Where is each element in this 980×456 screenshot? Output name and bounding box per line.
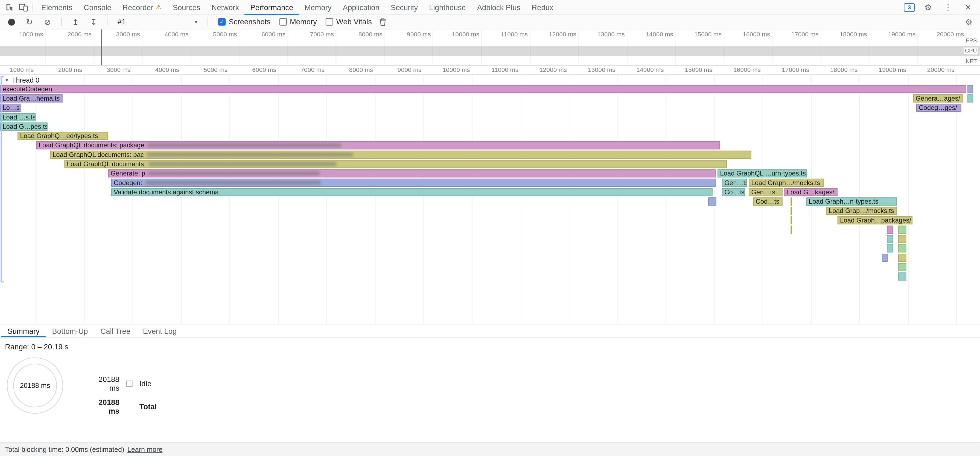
flame-bar[interactable]: Load Gra…hema.ts: [0, 94, 63, 103]
minimap-gridline: [724, 29, 724, 65]
flame-bar[interactable]: Gen…ts: [722, 179, 747, 187]
flame-bar[interactable]: Load Graph…packages/: [838, 216, 912, 224]
minimap-tick-label: 9000 ms: [386, 31, 431, 37]
redacted-text: [148, 171, 320, 175]
flame-bar[interactable]: [791, 207, 792, 215]
flame-bar[interactable]: [882, 254, 888, 262]
flame-bar[interactable]: [887, 245, 893, 253]
flame-bar[interactable]: [791, 226, 792, 234]
chart-gridline: [133, 75, 133, 324]
tab-recorder[interactable]: Recorder⚠: [117, 0, 167, 15]
flame-bar-label: Co…ts: [722, 188, 745, 196]
flame-bar[interactable]: [967, 85, 973, 93]
flame-bar[interactable]: [887, 226, 893, 234]
flame-bar-label: Load Gra…hema.ts: [0, 94, 62, 103]
checkbox-web-vitals[interactable]: Web Vitals: [326, 17, 372, 26]
tab-label: Network: [212, 3, 239, 11]
flame-bar[interactable]: Load Graph…/mocks.ts: [749, 179, 824, 187]
timeline-overview[interactable]: 1000 ms2000 ms3000 ms4000 ms5000 ms6000 …: [0, 29, 980, 66]
flame-chart[interactable]: ▼ Thread 0 executeCodegenLoad Gra…hema.t…: [0, 75, 980, 324]
tab-application[interactable]: Application: [337, 0, 385, 15]
tab-summary[interactable]: Summary: [2, 324, 46, 337]
checkbox-box[interactable]: ✓: [218, 18, 226, 25]
minimap-tick-label: 14000 ms: [628, 31, 673, 37]
flame-bar[interactable]: Load Grap…/mocks.ts: [826, 207, 897, 215]
flame-bar[interactable]: Co…ts: [722, 188, 745, 196]
flame-bar[interactable]: Load G…pes.ts: [0, 122, 48, 131]
flame-bar[interactable]: [898, 235, 907, 243]
checkbox-box[interactable]: [279, 18, 286, 25]
flame-bar[interactable]: Load …s.ts: [0, 113, 35, 121]
flame-bar[interactable]: executeCodegen: [0, 85, 966, 93]
flame-bar[interactable]: [898, 254, 907, 262]
flame-bar[interactable]: Load GraphQL documents: package: [37, 141, 720, 149]
learn-more-link[interactable]: Learn more: [127, 446, 163, 453]
flame-bar[interactable]: Genera…ages/: [913, 94, 963, 103]
flame-bar[interactable]: Codegen:: [111, 179, 716, 187]
flame-bar[interactable]: Lo…s: [0, 103, 21, 112]
flame-bar-label: Gen…ts: [722, 179, 747, 187]
tab-event-log[interactable]: Event Log: [137, 324, 183, 337]
tab-network[interactable]: Network: [206, 0, 245, 15]
close-devtools-icon[interactable]: ×: [961, 0, 975, 14]
chart-gridline: [666, 75, 667, 324]
flame-bar[interactable]: [898, 263, 907, 271]
flame-bar[interactable]: Load GraphQL documents: pac: [50, 151, 751, 159]
checkbox-box[interactable]: [326, 18, 333, 25]
panel-tabs: ElementsConsoleRecorder⚠SourcesNetworkPe…: [35, 0, 559, 15]
history-select[interactable]: #1 ▾: [115, 17, 200, 26]
chart-gridline: [520, 75, 521, 324]
settings-gear-icon[interactable]: ⚙: [921, 0, 935, 14]
capture-settings-gear-icon[interactable]: ⚙: [962, 15, 975, 29]
load-profile-icon[interactable]: ↥: [68, 15, 82, 29]
reload-and-record-button[interactable]: ↻: [22, 15, 36, 29]
tab-console[interactable]: Console: [78, 0, 117, 15]
tab-lighthouse[interactable]: Lighthouse: [423, 0, 471, 15]
flame-bar[interactable]: [967, 94, 973, 103]
flame-bar[interactable]: [791, 216, 792, 224]
flame-bar[interactable]: [898, 245, 907, 253]
flame-bar[interactable]: Load Graph…n-types.ts: [807, 197, 897, 206]
issues-messages-badge[interactable]: 3: [904, 3, 915, 11]
minimap-gridline: [384, 29, 385, 65]
tab-elements[interactable]: Elements: [35, 0, 78, 15]
chart-gridline: [181, 75, 181, 324]
flame-bar[interactable]: [898, 226, 907, 234]
tab-security[interactable]: Security: [385, 0, 423, 15]
checkbox-screenshots[interactable]: ✓Screenshots: [218, 17, 270, 26]
flame-bar[interactable]: [898, 273, 907, 281]
flame-bar[interactable]: Validate documents against schema: [111, 188, 713, 196]
thread-track-header[interactable]: ▼ Thread 0: [0, 75, 40, 85]
flame-bar[interactable]: Load GraphQL …urn-types.ts: [718, 169, 807, 178]
flame-bar[interactable]: [887, 235, 893, 243]
checkbox-memory[interactable]: Memory: [279, 17, 317, 26]
flame-bar[interactable]: [791, 197, 792, 206]
ruler-tick-label: 13000 ms: [570, 66, 616, 73]
flame-bar[interactable]: Cod…ts: [753, 197, 782, 206]
garbage-collect-icon[interactable]: [376, 15, 390, 29]
tab-call-tree[interactable]: Call Tree: [94, 324, 137, 337]
cpu-activity-band: [0, 46, 980, 56]
flame-bar[interactable]: Codeg…ges/: [916, 103, 961, 112]
flame-bar[interactable]: Generate: p: [108, 169, 716, 178]
clear-recording-button[interactable]: ⊘: [41, 15, 54, 29]
tab-performance[interactable]: Performance: [245, 0, 299, 15]
inspect-element-icon[interactable]: [2, 0, 16, 14]
flame-bar[interactable]: Load GraphQ…ed/types.ts: [18, 132, 108, 140]
tab-adblock-plus[interactable]: Adblock Plus: [471, 0, 526, 15]
record-button[interactable]: [5, 15, 18, 29]
ruler-tick-label: 2000 ms: [37, 66, 82, 73]
device-toolbar-icon[interactable]: [16, 0, 30, 14]
save-profile-icon[interactable]: ↧: [87, 15, 100, 29]
tab-memory[interactable]: Memory: [299, 0, 337, 15]
tab-redux[interactable]: Redux: [526, 0, 559, 15]
blocking-time-text: Total blocking time: 0.00ms (estimated): [5, 446, 124, 453]
flame-bar[interactable]: [708, 197, 716, 206]
flame-bar[interactable]: Load G…kages/: [784, 188, 838, 196]
tab-bottom-up[interactable]: Bottom-Up: [46, 324, 94, 337]
flame-bar[interactable]: Gen…ts: [749, 188, 782, 196]
minimap-tick-label: 19000 ms: [870, 31, 916, 37]
flame-bar[interactable]: Load GraphQL documents:: [64, 160, 727, 168]
more-options-icon[interactable]: ⋮: [941, 0, 955, 14]
tab-sources[interactable]: Sources: [167, 0, 206, 15]
